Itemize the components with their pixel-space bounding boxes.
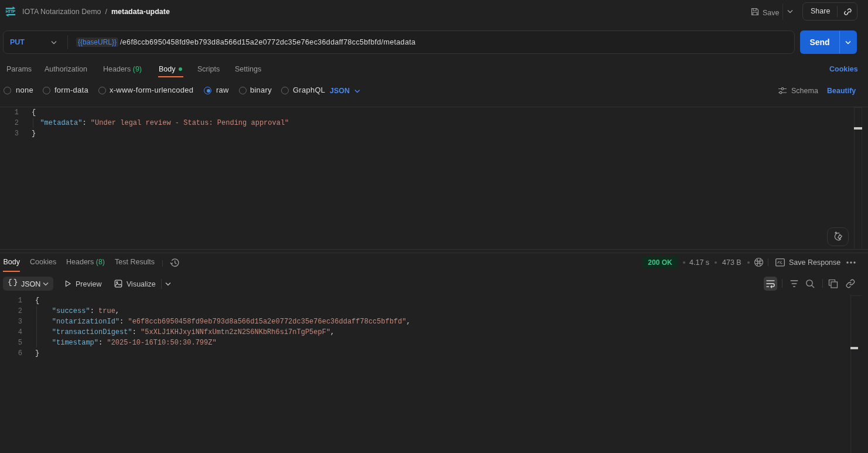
- svg-text:HTTP: HTTP: [6, 9, 16, 14]
